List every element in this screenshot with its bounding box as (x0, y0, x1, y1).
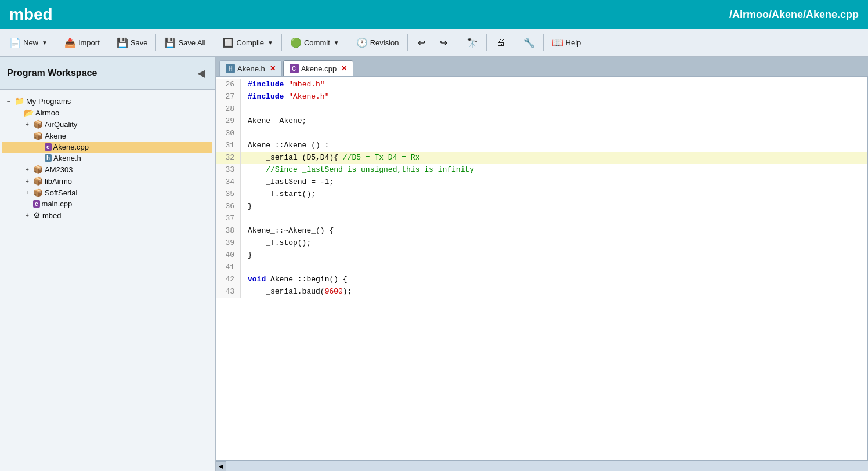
toggle-softserial: + (23, 190, 31, 196)
scroll-left-button[interactable]: ◀ (216, 461, 226, 472)
settings-button[interactable]: 🔧 (519, 34, 540, 50)
line-num-42: 42 (216, 274, 241, 286)
new-label: New (23, 38, 38, 47)
sep-6 (348, 34, 348, 51)
tree-item-main-cpp[interactable]: c main.cpp (2, 198, 212, 209)
sep-7 (407, 34, 408, 51)
compile-button[interactable]: 🔲 Compile ▼ (218, 34, 278, 50)
tree-item-akene-cpp[interactable]: c Akene.cpp (2, 142, 212, 153)
code-editor[interactable]: 26 #include "mbed.h" 27 #include "Akene.… (216, 76, 868, 461)
mbed-logo: mbed (9, 5, 53, 24)
line-num-37: 37 (216, 213, 241, 225)
tree-item-am2303[interactable]: + 📦 AM2303 (2, 164, 212, 175)
revision-button[interactable]: 🕐 Revision (352, 34, 404, 50)
sep-3 (155, 34, 156, 51)
code-text-28 (241, 103, 252, 115)
tree-item-libairmo[interactable]: + 📦 libAirmo (2, 175, 212, 187)
sidebar-collapse-button[interactable]: ◀ (195, 64, 208, 82)
toggle-my-programs: − (5, 98, 13, 104)
binoculars-icon: 🔭 (466, 37, 478, 48)
new-button[interactable]: 📄 New ▼ (5, 34, 52, 50)
undo-icon: ↩ (416, 37, 428, 48)
code-text-40: } (241, 249, 252, 262)
save-all-button[interactable]: 💾 Save All (160, 34, 210, 50)
tree-item-akene-h[interactable]: h Akene.h (2, 153, 212, 164)
folder-airmoo-icon: 📂 (24, 108, 34, 117)
folder-am2303-icon: 📦 (33, 165, 43, 174)
save-icon: 💾 (117, 37, 128, 48)
tree-label-softserial: SoftSerial (45, 189, 77, 197)
sep-2 (108, 34, 108, 51)
code-line-42: 42 void Akene_::begin() { (216, 274, 867, 286)
tab-akene-cpp[interactable]: C Akene.cpp ✕ (283, 60, 353, 76)
toggle-am2303: + (23, 166, 31, 173)
wrench-icon: 🔧 (523, 37, 535, 48)
save-all-label: Save All (178, 38, 205, 47)
sep-5 (281, 34, 282, 51)
undo-button[interactable]: ↩ (411, 34, 432, 50)
import-icon: 📥 (64, 37, 76, 48)
toggle-mbed: + (23, 212, 31, 219)
toggle-akene: − (23, 133, 31, 139)
line-num-26: 26 (216, 79, 241, 91)
redo-button[interactable]: ↪ (433, 34, 454, 50)
tab-akene-h[interactable]: H Akene.h ✕ (219, 60, 282, 76)
tabs-bar: H Akene.h ✕ C Akene.cpp ✕ (216, 57, 868, 76)
code-text-41 (241, 262, 252, 274)
save-button[interactable]: 💾 Save (112, 34, 153, 50)
sidebar-title: Program Workspace (7, 68, 97, 78)
sep-1 (56, 34, 56, 51)
tree-item-softserial[interactable]: + 📦 SoftSerial (2, 187, 212, 198)
code-text-42: void Akene_::begin() { (241, 274, 348, 286)
tree-item-airmoo[interactable]: − 📂 Airmoo (2, 107, 212, 118)
save-all-icon: 💾 (164, 37, 176, 48)
tab-akene-h-close[interactable]: ✕ (270, 64, 276, 73)
code-line-39: 39 _T.stop(); (216, 237, 867, 249)
tree-item-my-programs[interactable]: − 📁 My Programs (2, 95, 212, 107)
print-button[interactable]: 🖨 (490, 34, 511, 50)
help-button[interactable]: 📖 Help (547, 34, 586, 50)
new-chevron-icon: ▼ (42, 39, 48, 46)
tree-item-airquality[interactable]: + 📦 AirQuality (2, 118, 212, 130)
import-button[interactable]: 📥 Import (60, 34, 104, 50)
code-line-37: 37 (216, 213, 867, 225)
file-h-icon: h (45, 154, 52, 162)
tree-item-akene[interactable]: − 📦 Akene (2, 130, 212, 142)
tree-label-am2303: AM2303 (45, 165, 73, 174)
code-line-27: 27 #include "Akene.h" (216, 91, 867, 103)
tab-akene-h-label: Akene.h (237, 64, 265, 73)
code-text-31: Akene_::Akene_() : (241, 140, 329, 152)
tree-label-airquality: AirQuality (45, 120, 77, 129)
find-button[interactable]: 🔭 (462, 34, 483, 50)
code-line-41: 41 (216, 262, 867, 274)
code-line-29: 29 Akene_ Akene; (216, 115, 867, 128)
code-text-38: Akene_::~Akene_() { (241, 225, 334, 237)
code-text-43: _serial.baud(9600); (241, 286, 352, 298)
line-num-43: 43 (216, 286, 241, 298)
code-line-38: 38 Akene_::~Akene_() { (216, 225, 867, 237)
tree-label-libairmo: libAirmo (45, 177, 72, 186)
tab-akene-cpp-close[interactable]: ✕ (341, 64, 347, 73)
line-num-34: 34 (216, 176, 241, 189)
line-num-38: 38 (216, 225, 241, 237)
line-num-28: 28 (216, 103, 241, 115)
redo-icon: ↪ (438, 37, 450, 48)
folder-akene-icon: 📦 (33, 131, 43, 140)
tree-item-mbed[interactable]: + ⚙ mbed (2, 209, 212, 221)
code-text-39: _T.stop(); (241, 237, 311, 249)
tree-label-akene-h: Akene.h (53, 154, 81, 162)
code-line-26: 26 #include "mbed.h" (216, 79, 867, 91)
line-num-27: 27 (216, 91, 241, 103)
line-num-33: 33 (216, 164, 241, 176)
line-num-30: 30 (216, 128, 241, 140)
print-icon: 🖨 (495, 37, 507, 48)
commit-chevron-icon: ▼ (334, 39, 339, 46)
tree-label-akene: Akene (45, 132, 66, 140)
commit-label: Commit (304, 38, 330, 47)
editor-area: H Akene.h ✕ C Akene.cpp ✕ 26 #include "m… (216, 57, 868, 471)
code-text-36: } (241, 201, 252, 213)
line-num-32: 32 (216, 152, 241, 164)
horizontal-scrollbar[interactable]: ◀ (216, 461, 868, 471)
main-layout: Program Workspace ◀ − 📁 My Programs − 📂 … (0, 57, 868, 471)
commit-button[interactable]: 🟢 Commit ▼ (285, 34, 344, 50)
